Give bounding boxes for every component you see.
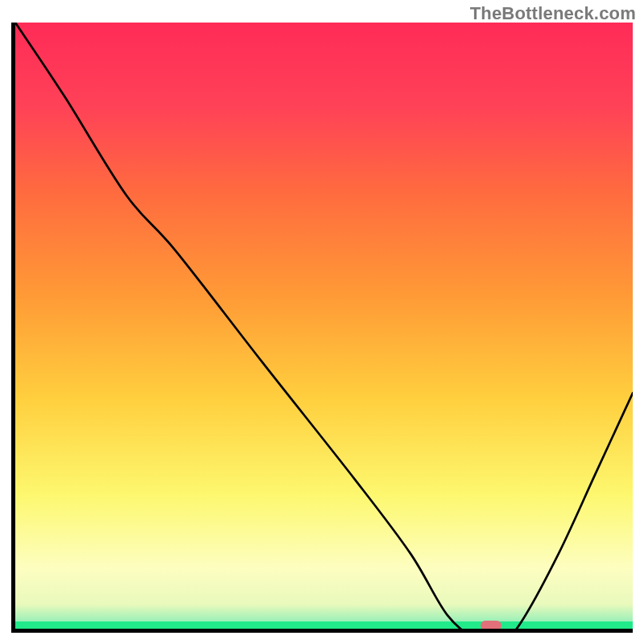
bottleneck-curve (15, 23, 633, 633)
chart-plot-area (11, 23, 633, 633)
curve-path (15, 23, 633, 633)
optimal-point-marker (481, 621, 502, 630)
attribution-label: TheBottleneck.com (470, 3, 636, 24)
